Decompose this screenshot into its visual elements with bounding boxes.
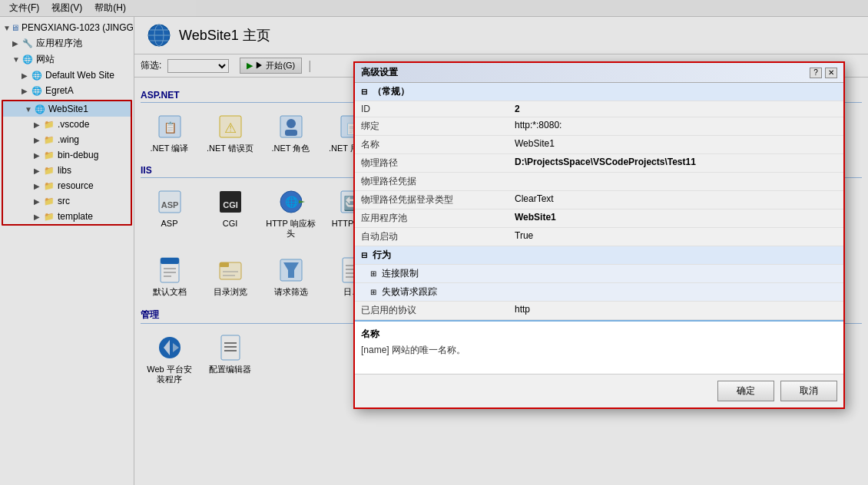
failreq-label: 失败请求跟踪 <box>382 286 437 297</box>
modal-dialog: 高级设置 ? ✕ ⊟ （常规） I <box>353 61 845 409</box>
desc-title: 名称 <box>361 328 837 341</box>
prop-name-physcred: 物理路径凭据 <box>355 173 509 191</box>
desc-text: [name] 网站的唯一名称。 <box>361 344 837 357</box>
prop-row-autostart: 自动启动 True <box>355 228 843 246</box>
prop-row-apppool: 应用程序池 WebSite1 <box>355 210 843 228</box>
prop-value-protocols: http <box>509 302 843 320</box>
prop-value-name: WebSite1 <box>509 136 843 154</box>
prop-row-binding: 绑定 http:*:8080: <box>355 117 843 136</box>
description-box: 名称 [name] 网站的唯一名称。 <box>355 320 843 374</box>
prop-value-physpath: D:\ProjectsSpace\VSCodeProjects\Test11 <box>509 154 843 173</box>
connlimit-expand-icon: ⊞ <box>370 269 376 278</box>
prop-name-id: ID <box>355 101 509 117</box>
prop-name-name: 名称 <box>355 136 509 154</box>
section-general-header[interactable]: ⊟ （常规） <box>355 83 843 101</box>
prop-value-apppool: WebSite1 <box>509 210 843 228</box>
prop-name-physpath: 物理路径 <box>355 154 509 173</box>
prop-row-protocols: 已启用的协议 http <box>355 302 843 320</box>
prop-value-autostart: True <box>509 228 843 246</box>
prop-value-physcredtype: ClearText <box>509 191 843 210</box>
prop-name-apppool: 应用程序池 <box>355 210 509 228</box>
section-general-label: （常规） <box>373 86 409 97</box>
ok-button[interactable]: 确定 <box>717 381 774 401</box>
prop-name-physcredtype: 物理路径凭据登录类型 <box>355 191 509 210</box>
modal-body: ⊟ （常规） ID 2 绑定 http:*:8080: <box>355 83 843 374</box>
section-behavior-label: 行为 <box>373 249 391 260</box>
prop-name-protocols: 已启用的协议 <box>355 302 509 320</box>
modal-overlay: 高级设置 ? ✕ ⊟ （常规） I <box>0 0 868 485</box>
modal-titlebar: 高级设置 ? ✕ <box>355 63 843 83</box>
prop-value-binding: http:*:8080: <box>509 117 843 136</box>
prop-value-id: 2 <box>509 101 843 117</box>
prop-row-failreq[interactable]: ⊞ 失败请求跟踪 <box>355 283 843 302</box>
prop-name-autostart: 自动启动 <box>355 228 509 246</box>
modal-title: 高级设置 <box>361 66 398 79</box>
connlimit-label: 连接限制 <box>382 268 419 279</box>
section-behavior-header[interactable]: ⊟ 行为 <box>355 246 843 265</box>
prop-row-name: 名称 WebSite1 <box>355 136 843 154</box>
section-expand-icon: ⊟ <box>361 87 367 96</box>
prop-row-physcredtype: 物理路径凭据登录类型 ClearText <box>355 191 843 210</box>
prop-row-connlimit[interactable]: ⊞ 连接限制 <box>355 265 843 283</box>
modal-help-button[interactable]: ? <box>810 68 822 78</box>
section-behavior-expand-icon: ⊟ <box>361 251 367 259</box>
failreq-expand-icon: ⊞ <box>370 288 376 296</box>
modal-close-button[interactable]: ✕ <box>825 68 837 78</box>
modal-controls: ? ✕ <box>810 68 837 78</box>
prop-value-physcred <box>509 173 843 191</box>
modal-footer: 确定 取消 <box>355 374 843 407</box>
prop-row-physcred: 物理路径凭据 <box>355 173 843 191</box>
prop-name-binding: 绑定 <box>355 117 509 136</box>
props-table: ⊟ （常规） ID 2 绑定 http:*:8080: <box>355 83 843 320</box>
cancel-button[interactable]: 取消 <box>780 381 837 401</box>
prop-row-id: ID 2 <box>355 101 843 117</box>
prop-row-physpath: 物理路径 D:\ProjectsSpace\VSCodeProjects\Tes… <box>355 154 843 173</box>
